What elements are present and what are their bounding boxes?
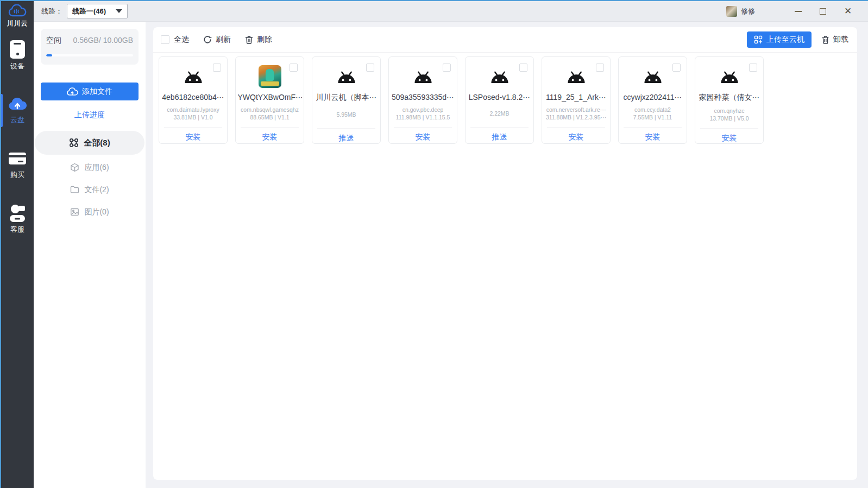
left-panel: 空间 0.56GB/ 10.00GB 添加文件: [34, 22, 146, 488]
refresh-icon: [203, 35, 212, 44]
filter-all[interactable]: 全部(8): [35, 131, 144, 155]
file-checkbox[interactable]: [672, 64, 681, 72]
file-package: com.nerversoft.ark.re⋯: [546, 106, 606, 113]
sidebar-item-customer-service[interactable]: 客服: [1, 200, 34, 239]
file-package: com.ccy.data2: [634, 106, 671, 113]
space-value: 0.56GB/ 10.00GB: [73, 36, 133, 45]
storage-space-box: 空间 0.56GB/ 10.00GB: [41, 29, 139, 65]
file-name: LSPosed-v1.8.2⋯: [469, 93, 531, 102]
sidebar-item-label: 客服: [10, 225, 24, 235]
file-action-button[interactable]: 安装: [186, 132, 201, 142]
sidebar-item-label: 云盘: [10, 115, 24, 125]
line-select-dropdown[interactable]: 线路一(46): [67, 4, 128, 18]
file-name: 1119_25_1_Ark⋯: [546, 93, 606, 102]
filter-images[interactable]: 图片(0): [34, 201, 146, 223]
minimize-icon: [795, 11, 802, 12]
file-checkbox[interactable]: [749, 64, 757, 72]
filter-files[interactable]: 文件(2): [34, 179, 146, 201]
close-button[interactable]: ✕: [835, 3, 860, 20]
file-checkbox[interactable]: [596, 64, 604, 72]
file-card[interactable]: 509a35593335d⋯ cn.gov.pbc.dcep 111.98MB …: [388, 56, 457, 144]
android-icon: [411, 68, 435, 85]
file-card[interactable]: ccywjxz202411⋯ com.ccy.data2 7.55MB | V1…: [618, 56, 687, 144]
android-icon: [488, 68, 512, 85]
line-select-value: 线路一(46): [72, 7, 106, 16]
file-card[interactable]: LSPosed-v1.8.2⋯ 2.22MB 推送: [465, 56, 534, 144]
android-icon: [335, 68, 358, 85]
sidebar-item-cloud-disk[interactable]: 云盘: [1, 92, 34, 129]
card-divider: [470, 127, 529, 128]
file-action-button[interactable]: 安装: [569, 132, 584, 142]
file-size-version: 7.55MB | V1.11: [633, 114, 672, 121]
logo-text: 川川云: [7, 19, 28, 28]
filter-list: 全部(8) 应用(6) 文件(2): [34, 131, 146, 223]
space-label: 空间: [46, 36, 61, 46]
file-name: 509a35593335d⋯: [392, 93, 454, 102]
filter-apps[interactable]: 应用(6): [34, 156, 146, 179]
sidebar-item-label: 购买: [10, 170, 24, 180]
card-divider: [317, 128, 375, 129]
file-card[interactable]: 1119_25_1_Ark⋯ com.nerversoft.ark.re⋯ 31…: [542, 56, 611, 144]
select-all-label[interactable]: 全选: [174, 35, 189, 45]
card-divider: [547, 127, 605, 128]
chevron-down-icon: [116, 9, 122, 13]
file-action-button[interactable]: 安装: [262, 132, 278, 142]
file-action-button[interactable]: 安装: [722, 134, 737, 143]
file-name: 川川云机（脚本⋯: [316, 93, 377, 103]
card-divider: [700, 128, 758, 129]
file-name: YWQtYXBwOmF⋯: [238, 93, 302, 102]
phone-icon: [10, 40, 25, 59]
file-action-button[interactable]: 安装: [416, 132, 431, 142]
upload-to-cloud-label: 上传至云机: [766, 35, 804, 45]
username: 修修: [741, 7, 755, 16]
filter-label: 图片(0): [84, 207, 109, 217]
android-icon: [564, 68, 588, 85]
select-all-checkbox[interactable]: [161, 35, 169, 44]
uninstall-button[interactable]: 卸载: [821, 35, 848, 45]
sidebar-item-device[interactable]: 设备: [1, 36, 34, 75]
app-logo: 川川云: [7, 4, 28, 28]
file-action-button[interactable]: 推送: [339, 134, 354, 143]
delete-label: 删除: [257, 35, 272, 45]
space-progress-fill: [46, 54, 52, 56]
file-package: com.daimatu.lyproxy: [167, 106, 219, 113]
file-manager-panel: 全选 刷新 删除: [153, 27, 857, 480]
file-name: 家园种菜（倩女⋯: [699, 93, 760, 103]
file-grid: 4eb6182ce80b4⋯ com.daimatu.lyproxy 33.81…: [153, 53, 857, 148]
image-icon: [70, 207, 79, 217]
upload-to-cloud-button[interactable]: 上传至云机: [747, 31, 812, 48]
close-icon: ✕: [844, 7, 852, 16]
user-avatar[interactable]: [726, 6, 737, 17]
file-size-version: 311.88MB | V1.2.3.95⋯: [546, 114, 606, 121]
android-icon: [181, 68, 205, 85]
file-card[interactable]: YWQtYXBwOmF⋯ com.nbsqwl.gamesqhz 88.65MB…: [235, 56, 304, 144]
file-card[interactable]: 4eb6182ce80b4⋯ com.daimatu.lyproxy 33.81…: [159, 56, 228, 144]
file-package: com.qnyhzc: [714, 107, 744, 114]
file-checkbox[interactable]: [366, 64, 374, 72]
file-checkbox[interactable]: [213, 64, 221, 72]
file-checkbox[interactable]: [519, 64, 527, 72]
sidebar-item-label: 设备: [10, 61, 24, 71]
upload-progress-link[interactable]: 上传进度: [34, 110, 146, 120]
sidebar: 川川云 设备 云盘 购买 客服: [1, 1, 34, 488]
file-size-version: 33.81MB | V1.0: [173, 114, 212, 121]
minimize-button[interactable]: [785, 3, 810, 20]
app-window: 川川云 设备 云盘 购买 客服: [0, 0, 868, 488]
file-checkbox[interactable]: [443, 64, 451, 72]
file-checkbox[interactable]: [290, 64, 298, 72]
file-package: com.nbsqwl.gamesqhz: [241, 106, 299, 113]
uninstall-trash-icon: [821, 35, 829, 44]
maximize-button[interactable]: [810, 3, 835, 20]
add-file-button[interactable]: 添加文件: [41, 83, 139, 100]
file-card[interactable]: 川川云机（脚本⋯ 5.95MB 推送: [312, 56, 381, 144]
toolbar: 全选 刷新 删除: [153, 27, 857, 53]
delete-button[interactable]: 删除: [245, 35, 272, 45]
file-action-button[interactable]: 推送: [492, 132, 507, 142]
card-divider: [241, 127, 299, 128]
file-action-button[interactable]: 安装: [645, 132, 661, 142]
refresh-button[interactable]: 刷新: [203, 35, 231, 45]
android-icon: [641, 68, 665, 85]
file-card[interactable]: 家园种菜（倩女⋯ com.qnyhzc 13.70MB | V5.0 安装: [695, 56, 764, 144]
line-label: 线路：: [41, 7, 62, 16]
sidebar-item-buy[interactable]: 购买: [1, 145, 34, 184]
